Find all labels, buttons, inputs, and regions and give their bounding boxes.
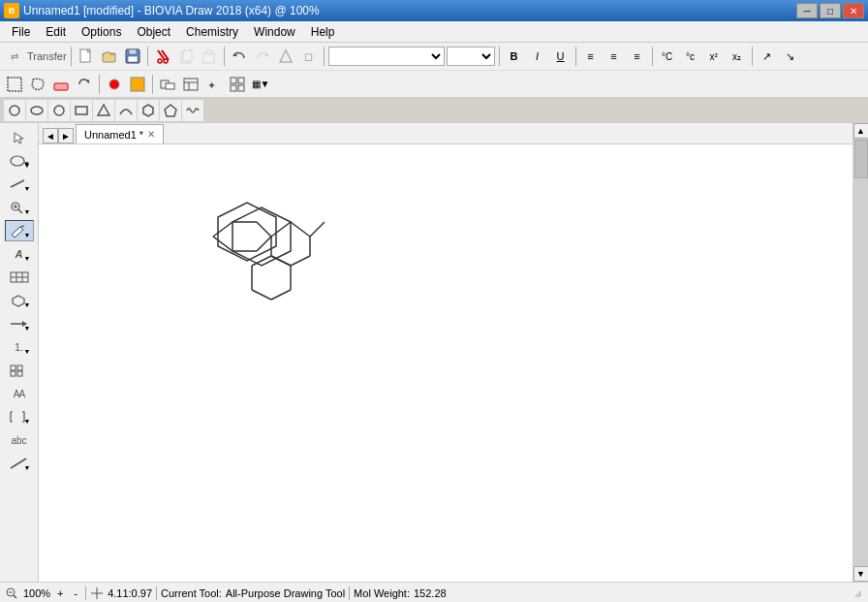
menu-options[interactable]: Options — [74, 22, 129, 42]
table-tool-left[interactable] — [5, 267, 34, 288]
svg-point-29 — [10, 106, 19, 115]
grid2-tool-left[interactable] — [5, 360, 34, 381]
rect-shape[interactable] — [71, 100, 92, 121]
menu-object[interactable]: Object — [129, 22, 178, 42]
tab-nav-right[interactable]: ► — [58, 128, 74, 143]
lasso-tool-left[interactable]: ▼ ▼ — [5, 150, 34, 172]
svg-rect-52 — [11, 371, 16, 376]
svg-rect-20 — [166, 83, 174, 89]
magic-button[interactable]: ✦ — [203, 74, 225, 95]
zoom-out-status[interactable] — [4, 586, 19, 601]
menu-chemistry[interactable]: Chemistry — [178, 22, 246, 42]
hex-shape[interactable] — [138, 100, 159, 121]
tab-unnamed1[interactable]: Unnamed1 * ✕ — [76, 124, 164, 143]
grid-button[interactable] — [227, 74, 248, 95]
italic-button[interactable]: I — [527, 46, 548, 67]
underline-button[interactable]: U — [550, 46, 572, 67]
superscript-c-button[interactable]: °C — [657, 46, 678, 67]
maximize-button[interactable]: □ — [820, 3, 841, 18]
arrow-tool2-left[interactable]: ▼ — [5, 313, 34, 334]
superscript-button[interactable]: x² — [703, 46, 725, 67]
svg-text:✦: ✦ — [207, 79, 216, 91]
rotate-button[interactable] — [74, 74, 95, 95]
eraser-button[interactable] — [50, 74, 72, 95]
drawing-canvas[interactable] — [39, 144, 852, 582]
color2-button[interactable] — [127, 74, 148, 95]
select-lasso-button[interactable] — [27, 74, 48, 95]
svg-line-42 — [20, 226, 24, 227]
draw-tool-left[interactable]: ▼ — [5, 220, 34, 241]
penta-shape[interactable] — [160, 100, 181, 121]
align-right-button[interactable]: ≡ — [627, 46, 648, 67]
select-tool-left[interactable] — [5, 127, 34, 148]
color-button[interactable] — [104, 74, 125, 95]
circle2-shape[interactable] — [48, 100, 70, 121]
select-rect-button[interactable] — [4, 74, 25, 95]
arc-shape[interactable] — [115, 100, 137, 121]
bracket-tool-left[interactable]: ▼ — [5, 406, 34, 428]
close-button[interactable]: ✕ — [843, 3, 864, 18]
molecule-drawing — [174, 193, 349, 348]
subscript-button[interactable]: x₂ — [727, 46, 748, 67]
svg-rect-27 — [231, 85, 236, 91]
right-scrollbar: ▲ ▼ — [852, 123, 868, 582]
save-button[interactable] — [122, 46, 143, 67]
expand-button[interactable] — [157, 74, 178, 95]
zoom-in-btn[interactable]: + — [54, 586, 66, 600]
circle-shape[interactable] — [4, 100, 25, 121]
label-tool-left[interactable]: abc — [5, 429, 34, 451]
template-btn2[interactable] — [180, 74, 202, 95]
text-tool-left[interactable]: AA — [5, 383, 34, 404]
table-btn[interactable]: ▦▼ — [250, 74, 271, 95]
menu-edit[interactable]: Edit — [38, 22, 74, 42]
svg-line-74 — [252, 290, 271, 300]
scroll-track[interactable] — [853, 139, 869, 566]
undo-button[interactable] — [229, 46, 250, 67]
svg-rect-5 — [128, 56, 138, 62]
menu-file[interactable]: File — [4, 22, 38, 42]
svg-line-71 — [271, 256, 291, 266]
wave-shape[interactable] — [182, 100, 203, 121]
new-button[interactable] — [76, 46, 97, 67]
menu-help[interactable]: Help — [303, 22, 343, 42]
zoom-out-btn[interactable]: - — [70, 586, 81, 600]
line-tool-left[interactable]: ▼ — [5, 453, 34, 474]
zoom-tool-left[interactable]: ▼ — [5, 197, 34, 218]
svg-marker-34 — [143, 105, 153, 116]
cut-button[interactable] — [152, 46, 173, 67]
crosshair-icon — [90, 586, 104, 600]
numbering-tool-left[interactable]: 1. ▼ — [5, 336, 34, 358]
font-dropdown[interactable] — [328, 47, 445, 66]
separator-9 — [99, 75, 100, 94]
scroll-down-btn[interactable]: ▼ — [853, 566, 869, 582]
toolbar-row-1: ⇄ Transfer ◻ — [0, 43, 868, 70]
tab-label: Unnamed1 * — [84, 129, 143, 141]
triangle-shape[interactable] — [93, 100, 114, 121]
svg-line-73 — [271, 290, 291, 300]
subscript-c-button[interactable]: °c — [680, 46, 701, 67]
window-controls: ─ □ ✕ — [796, 3, 864, 18]
arrow-up-button[interactable]: ↗ — [757, 46, 778, 67]
align-left-button[interactable]: ≡ — [580, 46, 602, 67]
align-center-button[interactable]: ≡ — [604, 46, 625, 67]
svg-rect-28 — [238, 85, 244, 91]
atom-tool-left[interactable]: A ▼ — [5, 243, 34, 265]
scroll-up-btn[interactable]: ▲ — [853, 123, 869, 139]
svg-point-17 — [109, 79, 119, 89]
svg-line-62 — [257, 237, 271, 251]
arrow-down-button[interactable]: ↘ — [780, 46, 801, 67]
methyl-bond — [310, 222, 325, 237]
open-button[interactable] — [99, 46, 120, 67]
ellipse-shape[interactable] — [26, 100, 47, 121]
current-tool-label: Current Tool: — [161, 587, 222, 599]
bold-button[interactable]: B — [504, 46, 525, 67]
svg-rect-25 — [231, 78, 236, 83]
minimize-button[interactable]: ─ — [796, 3, 818, 18]
tab-close-btn[interactable]: ✕ — [147, 129, 155, 140]
hex-tool-left[interactable]: ▼ — [5, 290, 34, 311]
bond-tool-left[interactable]: ▼ — [5, 174, 34, 195]
menu-window[interactable]: Window — [246, 22, 303, 42]
tab-nav-left[interactable]: ◄ — [43, 128, 58, 143]
size-dropdown[interactable] — [447, 47, 495, 66]
scroll-thumb[interactable] — [854, 140, 868, 178]
